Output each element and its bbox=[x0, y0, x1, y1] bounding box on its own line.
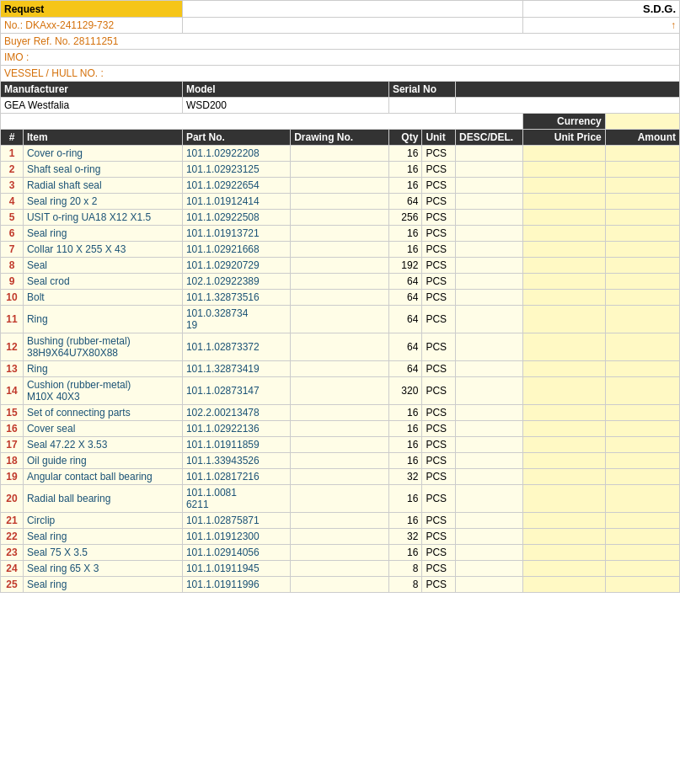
row-qty: 16 bbox=[388, 405, 421, 421]
row-qty: 320 bbox=[388, 377, 421, 405]
table-row: 24Seal ring 65 X 3101.1.019119458PCS bbox=[1, 561, 680, 577]
col-unit: Unit bbox=[422, 130, 456, 146]
row-drawing-no bbox=[291, 274, 389, 290]
row-unit-price bbox=[522, 561, 605, 577]
row-item: Seal 75 X 3.5 bbox=[23, 545, 182, 561]
serial-value bbox=[388, 98, 455, 114]
row-amount bbox=[605, 377, 679, 405]
request-label: Request bbox=[1, 1, 183, 18]
row-unit-price bbox=[522, 333, 605, 361]
row-number: 15 bbox=[1, 405, 24, 421]
row-amount bbox=[605, 226, 679, 242]
vessel-label: VESSEL / HULL NO. : bbox=[1, 66, 680, 82]
row-desc-del bbox=[456, 405, 523, 421]
model-value: WSD200 bbox=[182, 98, 388, 114]
row-unit: PCS bbox=[422, 485, 456, 513]
row-number: 16 bbox=[1, 421, 24, 437]
table-row: 15Set of connecting parts102.2.002134781… bbox=[1, 405, 680, 421]
row-number: 4 bbox=[1, 194, 24, 210]
row-unit-price bbox=[522, 361, 605, 377]
table-row: 6Seal ring101.1.0191372116PCS bbox=[1, 226, 680, 242]
row-desc-del bbox=[456, 226, 523, 242]
table-row: 25Seal ring101.1.019119968PCS bbox=[1, 577, 680, 593]
row-part-no: 101.1.02817216 bbox=[182, 469, 290, 485]
row-qty: 16 bbox=[388, 437, 421, 453]
row-part-no: 101.1.02873147 bbox=[182, 377, 290, 405]
row-unit: PCS bbox=[422, 437, 456, 453]
table-row: 4Seal ring 20 x 2101.1.0191241464PCS bbox=[1, 194, 680, 210]
row-qty: 16 bbox=[388, 178, 421, 194]
row-number: 21 bbox=[1, 513, 24, 529]
row-qty: 16 bbox=[388, 485, 421, 513]
row-drawing-no bbox=[291, 210, 389, 226]
row-qty: 64 bbox=[388, 194, 421, 210]
row-qty: 32 bbox=[388, 529, 421, 545]
row-unit: PCS bbox=[422, 529, 456, 545]
currency-row: Currency bbox=[1, 114, 680, 130]
row-part-no: 101.1.33943526 bbox=[182, 453, 290, 469]
row-number: 18 bbox=[1, 453, 24, 469]
row-item: Seal ring 20 x 2 bbox=[23, 194, 182, 210]
row-drawing-no bbox=[291, 469, 389, 485]
row-unit: PCS bbox=[422, 162, 456, 178]
row-drawing-no bbox=[291, 421, 389, 437]
row-qty: 16 bbox=[388, 242, 421, 258]
col-hash: # bbox=[1, 130, 24, 146]
currency-label: Currency bbox=[522, 114, 605, 130]
table-row: 12Bushing (rubber-metal) 38H9X64U7X80X88… bbox=[1, 333, 680, 361]
row-part-no: 101.1.01912300 bbox=[182, 529, 290, 545]
row-qty: 192 bbox=[388, 258, 421, 274]
row-unit: PCS bbox=[422, 178, 456, 194]
row-amount bbox=[605, 529, 679, 545]
row-number: 19 bbox=[1, 469, 24, 485]
row-unit: PCS bbox=[422, 577, 456, 593]
row-unit: PCS bbox=[422, 258, 456, 274]
no-value: No.: DKAxx-241129-732 bbox=[1, 18, 183, 34]
row-drawing-no bbox=[291, 306, 389, 333]
row-item: Bolt bbox=[23, 290, 182, 306]
row-unit-price bbox=[522, 437, 605, 453]
row-qty: 16 bbox=[388, 453, 421, 469]
row-amount bbox=[605, 274, 679, 290]
row-qty: 8 bbox=[388, 577, 421, 593]
row-unit: PCS bbox=[422, 377, 456, 405]
row-amount bbox=[605, 545, 679, 561]
row-desc-del bbox=[456, 561, 523, 577]
row-unit: PCS bbox=[422, 306, 456, 333]
row-part-no: 101.1.02922136 bbox=[182, 421, 290, 437]
row-unit: PCS bbox=[422, 421, 456, 437]
row-unit-price bbox=[522, 405, 605, 421]
table-row: 7Collar 110 X 255 X 43101.1.0292166816PC… bbox=[1, 242, 680, 258]
row-desc-del bbox=[456, 274, 523, 290]
imo-label: IMO : bbox=[1, 50, 680, 66]
row-unit: PCS bbox=[422, 226, 456, 242]
sdg-label: S.D.G. bbox=[522, 1, 679, 18]
col-qty: Qty bbox=[388, 130, 421, 146]
row-part-no: 101.1.02914056 bbox=[182, 545, 290, 561]
table-row: 10Bolt101.1.3287351664PCS bbox=[1, 290, 680, 306]
row-unit: PCS bbox=[422, 146, 456, 162]
row-drawing-no bbox=[291, 258, 389, 274]
row-item: Radial ball bearing bbox=[23, 485, 182, 513]
row-number: 13 bbox=[1, 361, 24, 377]
row-drawing-no bbox=[291, 377, 389, 405]
table-row: 3Radial shaft seal101.1.0292265416PCS bbox=[1, 178, 680, 194]
mfr-col-header: Manufacturer bbox=[1, 82, 183, 98]
row-item: Seal ring bbox=[23, 577, 182, 593]
row-drawing-no bbox=[291, 290, 389, 306]
row-unit-price bbox=[522, 178, 605, 194]
request-header-row: Request S.D.G. bbox=[1, 1, 680, 18]
row-unit-price bbox=[522, 146, 605, 162]
row-desc-del bbox=[456, 361, 523, 377]
row-desc-del bbox=[456, 210, 523, 226]
row-amount bbox=[605, 421, 679, 437]
row-unit: PCS bbox=[422, 405, 456, 421]
row-unit-price bbox=[522, 242, 605, 258]
manufacturer-data-row: GEA Westfalia WSD200 bbox=[1, 98, 680, 114]
row-number: 1 bbox=[1, 146, 24, 162]
row-part-no: 101.1.32873419 bbox=[182, 361, 290, 377]
no-empty bbox=[182, 18, 522, 34]
row-qty: 64 bbox=[388, 274, 421, 290]
row-unit-price bbox=[522, 377, 605, 405]
model-col-header: Model bbox=[182, 82, 388, 98]
